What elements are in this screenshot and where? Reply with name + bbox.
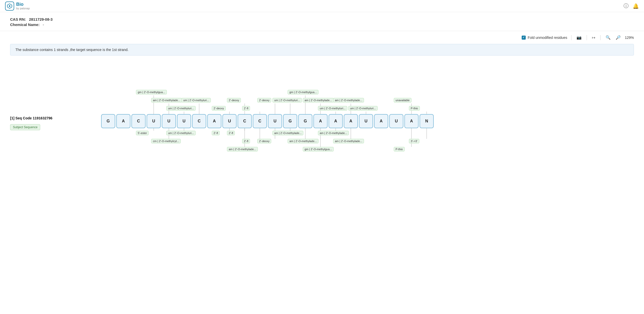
cas-label: CAS RN: xyxy=(10,17,26,21)
nucleotide-c-10: C xyxy=(253,114,267,128)
bell-icon[interactable]: 🔔 xyxy=(633,3,639,9)
toolbar: Fold unmodified residues 📷 ↦ 🔍 🔎 129% xyxy=(0,31,644,44)
nucleotide-u-11: U xyxy=(268,114,282,128)
annotation-above: am | 2'-O-methylade... xyxy=(333,98,364,102)
nucleotide-a-18: A xyxy=(374,114,388,128)
nucleotides-row: GACUUUCAUCCUGGAAAUAUAN xyxy=(101,114,434,128)
annotation-above: gm | 2'-O-methylgua... xyxy=(136,90,167,94)
nucleotide-u-5: U xyxy=(177,114,191,128)
info-bar: The substance contains 1 strands ,the ta… xyxy=(10,44,634,56)
nucleotide-a-1: A xyxy=(116,114,130,128)
nucleotide-u-8: U xyxy=(222,114,237,128)
toolbar-divider-2 xyxy=(587,35,587,40)
nucleotide-a-7: A xyxy=(207,114,221,128)
nucleotide-n-21: N xyxy=(420,114,434,128)
chemical-name-line: Chemical Name: - xyxy=(10,22,634,27)
fold-checkbox-area[interactable]: Fold unmodified residues xyxy=(522,36,567,40)
annotation-above: am | 2'-O-methylade... xyxy=(303,98,334,102)
annotation-below: am | 2'-O-methylade... xyxy=(318,131,349,135)
annotation-below: 2'-fl xyxy=(212,131,220,135)
annotation-above: 2'-deoxy xyxy=(212,106,226,111)
nucleotide-g-0: G xyxy=(101,114,115,128)
nucleotide-u-3: U xyxy=(147,114,161,128)
annotation-above: 2'-deoxy xyxy=(257,98,271,102)
nucleotide-g-12: G xyxy=(283,114,297,128)
annotation-above: um | 2'-O-methyluri... xyxy=(166,106,196,111)
annotation-below: P-thio xyxy=(394,147,405,151)
nucleotide-a-20: A xyxy=(404,114,419,128)
toolbar-divider xyxy=(571,35,571,40)
svg-point-1 xyxy=(9,5,10,7)
logo-by-label: by patsnap xyxy=(16,7,30,10)
info-text: The substance contains 1 strands ,the ta… xyxy=(15,48,129,52)
annotation-below: 3'->3' xyxy=(409,139,419,143)
annotation-above: P-thio xyxy=(409,106,420,111)
annotation-below: am | 2'-O-methylade... xyxy=(288,139,318,143)
cas-value: 2811729-08-3 xyxy=(29,17,53,21)
annotation-above: am | 2'-O-methylade... xyxy=(151,98,182,102)
annotation-below: 2'-fl xyxy=(242,139,250,143)
nucleotide-a-15: A xyxy=(329,114,343,128)
sequence-label: [1] Seq Code 1191632796 xyxy=(10,116,52,120)
annotation-below: am | 2'-O-methylade... xyxy=(227,147,258,151)
annotation-above: um | 2'-O-methyluri... xyxy=(181,98,211,102)
nucleotide-u-17: U xyxy=(359,114,373,128)
zoom-in-button[interactable]: 🔍 xyxy=(605,34,612,41)
annotation-above: um | 2'-O-methyluri... xyxy=(348,106,378,111)
nucleotide-a-16: A xyxy=(344,114,358,128)
annotation-above: gm | 2'-O-methylgua... xyxy=(288,90,318,94)
fold-label: Fold unmodified residues xyxy=(528,36,567,40)
annotation-above: 2'-deoxy xyxy=(227,98,241,102)
header-icons: ⓘ 🔔 xyxy=(624,3,639,9)
annotation-below: um | 2'-O-methyluri... xyxy=(166,131,196,135)
camera-button[interactable]: 📷 xyxy=(576,34,583,41)
sequence-area: [1] Seq Code 1191632796 Subject Sequence… xyxy=(0,61,644,192)
annotation-above: um | 2'-O-methyluri... xyxy=(318,106,347,111)
help-icon[interactable]: ⓘ xyxy=(624,3,629,9)
logo-icon xyxy=(5,2,14,11)
nucleotide-c-9: C xyxy=(238,114,252,128)
annotation-below: 2'-deoxy xyxy=(257,139,271,143)
zoom-level: 129% xyxy=(625,36,634,40)
annotation-below: cm | 2'-O-methylcyt... xyxy=(151,139,181,143)
nucleotide-a-14: A xyxy=(313,114,328,128)
logo-text: Bio by patsnap xyxy=(16,2,30,10)
annotation-above: 2'-fl xyxy=(242,106,250,111)
nucleotide-u-4: U xyxy=(162,114,176,128)
annotation-below: 2'-fl xyxy=(227,131,235,135)
nucleotide-c-6: C xyxy=(192,114,206,128)
chemical-label: Chemical Name: xyxy=(10,22,40,27)
app-header: Bio by patsnap ⓘ 🔔 xyxy=(0,0,644,12)
nucleotide-g-13: G xyxy=(298,114,312,128)
cas-section: CAS RN: 2811729-08-3 Chemical Name: - xyxy=(0,12,644,31)
annotation-below: 5'-ester xyxy=(136,131,149,135)
zoom-out-button[interactable]: 🔎 xyxy=(615,34,622,41)
annotation-below: am | 2'-O-methylade... xyxy=(333,139,364,143)
nucleotide-u-19: U xyxy=(389,114,403,128)
toolbar-divider-3 xyxy=(600,35,601,40)
cas-rn-line: CAS RN: 2811729-08-3 xyxy=(10,17,634,21)
subject-sequence-badge: Subject Sequence xyxy=(10,124,40,130)
annotation-above: um | 2'-O-methyluri... xyxy=(272,98,302,102)
annotation-below: am | 2'-O-methylade... xyxy=(272,131,303,135)
fold-checkbox[interactable] xyxy=(522,36,526,40)
sequence-wrapper: [1] Seq Code 1191632796 Subject Sequence… xyxy=(10,61,634,182)
logo-bio-label: Bio xyxy=(16,2,30,7)
logo: Bio by patsnap xyxy=(5,2,30,11)
annotation-below: gm | 2'-O-methylgua... xyxy=(303,147,334,151)
fit-width-button[interactable]: ↦ xyxy=(591,34,596,41)
nucleotide-c-2: C xyxy=(131,114,146,128)
annotation-above: unavailable xyxy=(394,98,411,102)
chemical-value: - xyxy=(43,22,44,27)
